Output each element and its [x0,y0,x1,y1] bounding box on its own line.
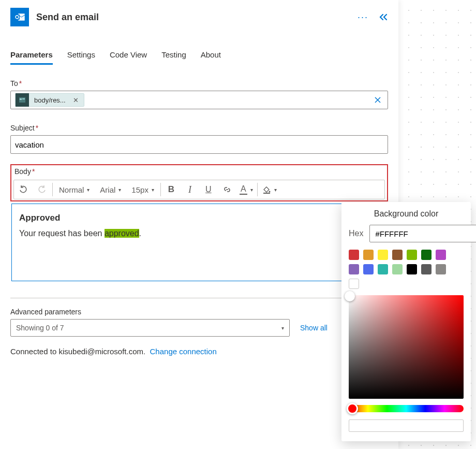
body-label: Body* [11,165,387,177]
body-text-before: Your request has been [19,229,105,238]
connection-prefix: Connected to [10,347,58,356]
more-actions-button[interactable]: ··· [358,12,368,23]
alpha-slider[interactable] [349,419,464,432]
subject-label: Subject* [10,124,388,132]
body-label-text: Body [14,167,31,176]
color-swatch[interactable] [421,264,432,274]
chevron-down-icon: ▾ [152,187,154,193]
body-editor[interactable]: Approved Your request has been approved. [11,204,387,281]
tab-parameters[interactable]: Parameters [10,46,53,64]
clear-to-button[interactable] [373,95,382,105]
dynamic-content-token[interactable]: body/res... ✕ [15,93,84,107]
required-indicator: * [36,124,38,132]
collapse-panel-button[interactable] [379,13,388,21]
field-subject: Subject* [10,124,388,154]
redo-button[interactable] [33,180,51,199]
advanced-row: Showing 0 of 7 ▾ Show all [10,319,388,337]
outlook-icon [10,8,29,26]
color-swatch[interactable] [349,279,359,289]
color-swatch[interactable] [421,250,432,260]
link-button[interactable] [218,180,236,199]
toolbar-separator [52,183,53,196]
advanced-label: Advanced parameters [10,308,388,316]
subject-input[interactable] [15,140,383,149]
change-connection-link[interactable]: Change connection [150,347,217,356]
body-field-highlight: Body* Normal ▾ Arial ▾ 15px [10,164,388,201]
font-color-icon: A [240,184,247,195]
to-label-text: To [10,79,18,88]
hex-label: Hex [349,229,363,238]
tab-settings[interactable]: Settings [67,46,95,64]
chevron-down-icon: ▾ [281,325,284,331]
color-swatch[interactable] [363,264,374,274]
font-color-button[interactable]: A ▾ [236,184,256,195]
format-select[interactable]: Normal ▾ [54,185,95,194]
body-paragraph: Your request has been approved. [19,226,379,241]
chevron-down-icon: ▾ [274,187,277,193]
svg-rect-6 [22,98,25,99]
color-swatch[interactable] [363,250,374,260]
hex-input[interactable] [369,225,476,242]
hue-slider[interactable] [349,405,464,412]
required-indicator: * [19,79,22,88]
to-label: To* [10,79,388,88]
color-swatch[interactable] [378,264,388,274]
color-picker-title: Background color [349,209,464,219]
action-config-panel: Send an email ··· Parameters Settings Co… [0,0,398,449]
hex-row: Hex [349,225,464,242]
section-divider [10,298,388,298]
connection-row: Connected to kisubedi@microsoft.com. Cha… [10,347,388,356]
field-to: To* body/res... ✕ [10,79,388,109]
show-all-link[interactable]: Show all [300,324,328,332]
tab-testing[interactable]: Testing [161,46,186,64]
color-swatch[interactable] [349,250,359,260]
color-swatch[interactable] [436,250,446,260]
swatch-grid [349,250,464,289]
tab-list: Parameters Settings Code View Testing Ab… [10,46,388,65]
size-value: 15px [131,185,148,194]
gradient-handle[interactable] [345,291,355,301]
color-swatch[interactable] [407,250,417,260]
subject-input-wrap [10,135,388,154]
font-value: Arial [100,185,115,194]
format-value: Normal [59,185,84,194]
panel-header: Send an email ··· [10,8,388,36]
toolbar-separator [160,183,161,196]
undo-button[interactable] [14,180,33,199]
saturation-gradient[interactable] [349,295,464,399]
paint-bucket-icon [262,185,271,194]
hue-handle[interactable] [347,403,358,414]
color-swatch[interactable] [378,250,388,260]
chevron-down-icon: ▾ [87,187,90,193]
body-heading: Approved [19,210,379,226]
color-swatch[interactable] [407,264,417,274]
toolbar-separator [257,183,258,196]
color-swatch[interactable] [349,264,359,274]
underline-button[interactable]: U [199,180,218,199]
advanced-showing-text: Showing 0 of 7 [16,324,64,332]
size-select[interactable]: 15px ▾ [126,185,159,194]
rich-text-toolbar: Normal ▾ Arial ▾ 15px ▾ B I U A ▾ [13,180,385,199]
highlight-color-button[interactable]: ▾ [259,185,280,194]
color-picker-popover: Background color Hex [341,202,471,441]
color-swatch[interactable] [392,264,403,274]
bold-button[interactable]: B [162,180,181,199]
color-swatch[interactable] [392,250,403,260]
color-swatch[interactable] [436,264,446,274]
connection-account: kisubedi@microsoft.com. [58,347,145,356]
panel-title: Send an email [36,12,350,23]
body-text-after: . [139,229,141,238]
italic-button[interactable]: I [181,180,199,199]
token-thumb-icon [16,93,29,107]
advanced-select[interactable]: Showing 0 of 7 ▾ [10,319,290,337]
chevron-down-icon: ▾ [250,187,253,193]
body-highlighted-text: approved [105,229,139,238]
chevron-down-icon: ▾ [118,187,121,193]
svg-rect-5 [20,98,22,100]
svg-point-7 [269,191,270,193]
to-input[interactable]: body/res... ✕ [10,91,388,109]
tab-code-view[interactable]: Code View [110,46,147,64]
token-remove-button[interactable]: ✕ [71,96,81,104]
tab-about[interactable]: About [201,46,221,64]
font-select[interactable]: Arial ▾ [95,185,126,194]
